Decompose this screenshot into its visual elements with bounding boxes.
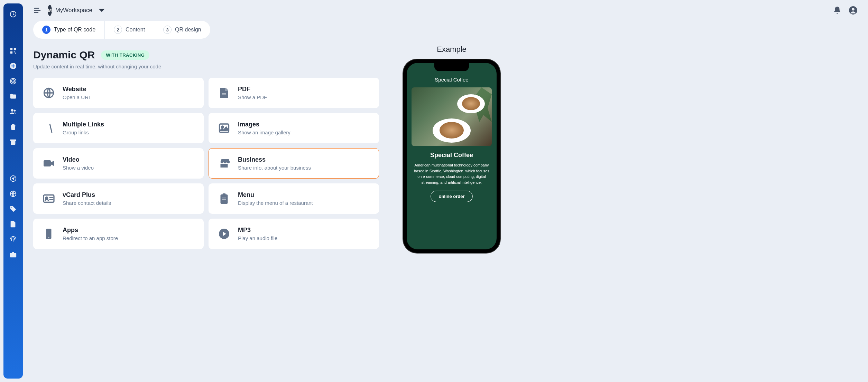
svg-point-23 [46, 197, 48, 199]
step-tabs: 1 Type of QR code 2 Content 3 QR design [33, 21, 210, 39]
preview-header: Special Coffee [435, 77, 468, 83]
tag-icon[interactable] [9, 205, 17, 213]
qr-type-grid: Website Open a URL PDF Show a PDF [33, 78, 379, 249]
preview-order-button[interactable]: online order [431, 191, 472, 202]
mobile-icon [43, 228, 55, 240]
chevron-down-icon [96, 4, 108, 16]
workspace-avatar: M [48, 5, 52, 16]
svg-rect-17 [222, 93, 226, 94]
image-icon [218, 122, 230, 134]
workspace-name: MyWorkspace [55, 7, 92, 14]
svg-rect-26 [222, 198, 226, 198]
user-avatar-icon[interactable] [849, 6, 858, 15]
svg-rect-27 [222, 199, 226, 200]
qr-type-menu[interactable]: Menu Display the menu of a restaurant [209, 183, 379, 214]
menu-toggle-icon[interactable] [33, 6, 41, 15]
qr-icon[interactable] [9, 47, 17, 55]
svg-point-11 [14, 110, 16, 112]
preview-title: Special Coffee [430, 152, 473, 159]
svg-point-10 [11, 109, 13, 112]
tracking-badge: WITH TRACKING [101, 50, 149, 60]
svg-rect-21 [44, 160, 51, 166]
section-title: Dynamic QR [33, 49, 95, 61]
target-icon[interactable] [9, 77, 17, 85]
books-icon [43, 122, 55, 134]
globe-icon[interactable] [9, 190, 17, 198]
qr-type-apps[interactable]: Apps Redirect to an app store [33, 219, 204, 249]
qr-type-mp3[interactable]: MP3 Play an audio file [209, 219, 379, 249]
topbar: M MyWorkspace [30, 0, 861, 21]
qr-type-vcard[interactable]: vCard Plus Share contact details [33, 183, 204, 214]
qr-type-video[interactable]: Video Show a video [33, 148, 204, 179]
compass-icon[interactable] [9, 175, 17, 182]
step-type[interactable]: 1 Type of QR code [33, 21, 105, 39]
svg-rect-4 [14, 51, 15, 52]
svg-rect-1 [10, 48, 12, 50]
file-icon[interactable] [9, 220, 17, 228]
svg-rect-5 [15, 53, 16, 54]
svg-point-9 [13, 81, 13, 82]
folder-icon[interactable] [9, 93, 17, 100]
svg-point-15 [852, 8, 855, 11]
dashboard-icon[interactable] [9, 10, 17, 18]
play-circle-icon [218, 228, 230, 240]
sidebar [3, 3, 23, 379]
qr-type-multiple-links[interactable]: Multiple Links Group links [33, 113, 204, 143]
store-icon [218, 157, 230, 170]
clipboard-icon [218, 192, 230, 205]
workspace-selector[interactable]: M MyWorkspace [48, 4, 108, 16]
qr-type-business[interactable]: Business Share info. about your business [209, 148, 379, 179]
preview-image [412, 87, 492, 146]
trash-icon[interactable] [9, 123, 17, 131]
notifications-icon[interactable] [833, 6, 842, 15]
file-pdf-icon [218, 87, 230, 99]
phone-preview: Special Coffee Special Coffee American m… [403, 59, 500, 253]
svg-rect-3 [10, 51, 12, 54]
id-card-icon [43, 192, 55, 205]
qr-type-website[interactable]: Website Open a URL [33, 78, 204, 108]
section-subtitle: Update content in real time, without cha… [33, 64, 379, 69]
svg-rect-25 [223, 193, 226, 195]
svg-rect-18 [222, 95, 226, 95]
briefcase-icon[interactable] [9, 251, 17, 258]
video-icon [43, 157, 55, 170]
archive-icon[interactable] [9, 138, 17, 146]
globe-icon [43, 87, 55, 99]
preview-desc: American multinational technology compan… [412, 162, 492, 185]
users-icon[interactable] [9, 108, 17, 115]
svg-point-20 [222, 126, 224, 128]
step-content[interactable]: 2 Content [105, 21, 154, 39]
preview-label: Example [437, 45, 467, 54]
fingerprint-icon[interactable] [9, 236, 17, 243]
svg-rect-2 [14, 48, 16, 50]
qr-type-pdf[interactable]: PDF Show a PDF [209, 78, 379, 108]
step-design[interactable]: 3 QR design [154, 21, 210, 39]
qr-type-images[interactable]: Images Show an image gallery [209, 113, 379, 143]
svg-point-29 [48, 237, 49, 238]
add-icon[interactable] [9, 62, 17, 70]
